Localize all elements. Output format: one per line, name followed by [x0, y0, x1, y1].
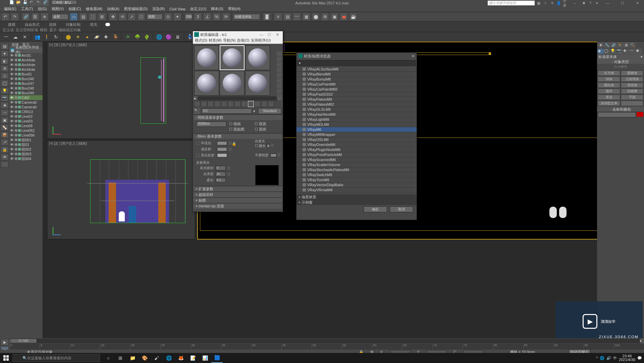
primitive-button[interactable]: 球体: [598, 76, 620, 82]
utilities-tab-icon[interactable]: 🔨: [630, 42, 636, 48]
refcoord-dropdown[interactable]: 视图: [147, 14, 163, 20]
time-slider-handle[interactable]: 0 / 100: [10, 339, 37, 343]
qat-save-icon[interactable]: 💾: [23, 0, 29, 6]
scene-row[interactable]: 👁组002: [9, 147, 43, 152]
script-listener-icon[interactable]: ▶: [1, 339, 9, 346]
groups-icon[interactable]: ▣: [1, 117, 9, 123]
extended-params-rollout[interactable]: + 扩展参数: [194, 186, 282, 192]
ribbon-sub-4[interactable]: 显示: [49, 28, 57, 32]
globe1-icon[interactable]: 🌐: [156, 34, 162, 40]
visibility-icon[interactable]: 👁: [10, 147, 14, 151]
filter-icon[interactable]: ▼: [1, 50, 9, 57]
bind-icon[interactable]: ≋: [41, 13, 49, 21]
material-list-item[interactable]: VRayFastSSS2: [297, 92, 417, 97]
visibility-icon[interactable]: 👁: [10, 138, 14, 142]
frozen-icon[interactable]: 🔒: [1, 146, 9, 153]
selfillum-spinner[interactable]: 0: [267, 144, 270, 148]
scene-row[interactable]: 👁Line02: [9, 114, 43, 119]
wire-checkbox[interactable]: ☐ 线框: [229, 121, 254, 126]
display-tab-icon[interactable]: 🖥: [623, 42, 629, 48]
scene-row[interactable]: 👁ArchInte: [9, 67, 43, 72]
hidden-icon[interactable]: 👁: [1, 154, 9, 160]
glossiness-spinner[interactable]: 10: [216, 172, 226, 176]
tray-vol-icon[interactable]: 🔊: [606, 356, 611, 360]
login-text[interactable]: 登录: [563, 1, 568, 5]
object-name-input[interactable]: [598, 112, 636, 117]
make-copy-icon[interactable]: [221, 101, 227, 107]
scene-row[interactable]: 👁Camera0: [9, 100, 43, 105]
dash-icon[interactable]: –: [570, 1, 580, 5]
disp-sphere-icon[interactable]: ⬤: [65, 34, 72, 40]
visibility-icon[interactable]: 👁: [10, 63, 14, 67]
scene-row[interactable]: 👁Camera0: [9, 105, 43, 109]
material-list-item[interactable]: VRayMDLMtl: [297, 122, 417, 127]
tab-populate[interactable]: 填充: [85, 21, 102, 28]
selection-filter-dropdown[interactable]: 全部: [52, 14, 68, 20]
mat-menu-options[interactable]: 选项(O): [237, 38, 250, 44]
material-editor-icon[interactable]: ⬤: [312, 13, 320, 21]
primitive-button[interactable]: 管状体: [621, 83, 643, 88]
scene-row[interactable]: 👁组001: [9, 138, 43, 142]
material-list-item[interactable]: VRayLightMtl: [297, 117, 417, 122]
angle-snap-icon[interactable]: ∠: [203, 13, 211, 21]
modify-tab-icon[interactable]: 🔧: [604, 42, 610, 48]
scene-row[interactable]: 👁Box249: [9, 91, 43, 95]
material-list-item[interactable]: VRayVectorDisplBake: [297, 183, 417, 188]
select-object-icon[interactable]: ▭: [70, 13, 78, 21]
scene-row[interactable]: 👁Box248: [9, 86, 43, 91]
vp-top-label[interactable]: [+] [顶 ] [用户定义 ] [线框]: [49, 43, 87, 47]
time-ruler[interactable]: 0510152025303540455055606570758085909510…: [9, 344, 644, 350]
browser-close-button[interactable]: ✕: [412, 54, 415, 58]
visibility-icon[interactable]: 👁: [10, 100, 14, 104]
freeze-dot-icon[interactable]: [15, 77, 17, 80]
ad-lock-icon[interactable]: 🔒: [232, 142, 235, 146]
undo-icon[interactable]: ↶: [1, 13, 9, 21]
ds-lock-icon[interactable]: [196, 154, 200, 157]
primitive-button[interactable]: 几何球体: [621, 76, 643, 82]
maximize-button[interactable]: ☐: [616, 0, 629, 6]
ambient-map-button[interactable]: [228, 142, 232, 145]
exchange-icon[interactable]: ✕: [549, 1, 555, 5]
make-unique-icon[interactable]: [228, 101, 234, 107]
selfillum-map-button[interactable]: [271, 144, 274, 147]
exchange2-icon[interactable]: ✖: [581, 1, 586, 5]
options-icon[interactable]: [277, 84, 281, 88]
primitive-button[interactable]: [621, 101, 643, 106]
assign-to-sel-icon[interactable]: [208, 101, 214, 107]
make-preview-icon[interactable]: [277, 78, 281, 83]
material-list-item[interactable]: VRayFlakesMtl2: [297, 102, 417, 107]
star-icon[interactable]: ☆: [543, 1, 548, 5]
tray-clock[interactable]: 23:482021/4/30: [619, 354, 635, 362]
scene-row[interactable]: 👁Box246: [9, 76, 43, 81]
visibility-icon[interactable]: 👁: [10, 91, 14, 95]
put-to-scene-icon[interactable]: [201, 101, 207, 107]
spinner-snap-icon[interactable]: ⟳: [222, 13, 230, 21]
mat-menu-modes[interactable]: 模式(D): [195, 38, 207, 44]
primitive-button[interactable]: 茶壶: [598, 95, 620, 100]
primitive-set-dropdown[interactable]: 标准基本体▾: [597, 54, 644, 59]
space-warps-icon[interactable]: 〰: [1, 109, 9, 116]
cameras-icon[interactable]: 📷: [1, 95, 9, 101]
scene-row[interactable]: 👁Arc01: [9, 53, 43, 58]
sim-people-icon[interactable]: 👥: [34, 34, 41, 40]
diffuse-map-button[interactable]: [228, 148, 232, 151]
freeze-dot-icon[interactable]: [15, 96, 17, 99]
scene-materials-section[interactable]: + 场景材质: [297, 194, 417, 200]
primitive-button[interactable]: 四棱锥: [621, 89, 643, 94]
autogrid-checkbox[interactable]: 自动栅格: [597, 64, 644, 70]
freeze-dot-icon[interactable]: [15, 115, 17, 118]
material-list-item[interactable]: VRayScatterVolume: [297, 162, 417, 167]
layers-icon[interactable]: ▤: [283, 13, 291, 21]
name-color-rollout[interactable]: - 名称和颜色: [597, 107, 644, 111]
help-icon[interactable]: ?: [588, 1, 593, 5]
mat-map-nav-icon[interactable]: [277, 94, 281, 99]
taskbar-search-input[interactable]: 🔍 在这里输入你要搜索的内容: [13, 354, 100, 362]
move-icon[interactable]: ✥: [109, 13, 117, 21]
spacewarps-cat-icon[interactable]: 〰: [630, 49, 636, 54]
globe2-icon[interactable]: 🟣: [165, 34, 172, 40]
browser-search-input[interactable]: ▾: [297, 60, 416, 66]
task-app1-icon[interactable]: 🎨: [139, 353, 150, 363]
visibility-icon[interactable]: 👁: [10, 105, 14, 109]
task-taskview-icon[interactable]: ⊞: [115, 353, 126, 363]
disp-ball-icon[interactable]: ●: [84, 34, 91, 40]
